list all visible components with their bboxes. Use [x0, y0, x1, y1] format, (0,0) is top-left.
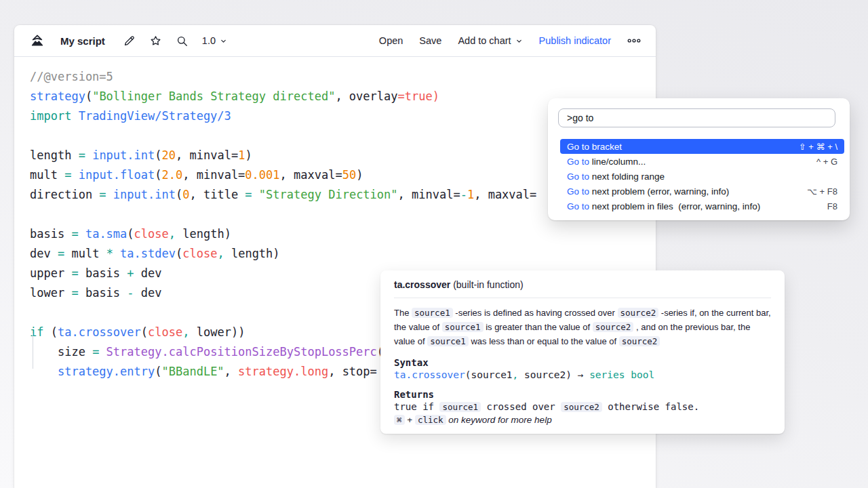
- palette-item-shortcut: ⌥ + F8: [807, 186, 837, 197]
- code-line[interactable]: dev = mult * ta.stdev(close, length): [30, 244, 656, 264]
- returns-label: Returns: [394, 389, 771, 400]
- palette-item-shortcut: ⇧ + ⌘ + \: [799, 142, 837, 152]
- command-palette: Go to bracket⇧ + ⌘ + \Go to line/column.…: [548, 98, 850, 220]
- function-name: ta.crossover: [394, 279, 450, 290]
- version-label: 1.0: [202, 35, 216, 46]
- palette-item[interactable]: Go to line/column...^ + G: [560, 154, 844, 169]
- palette-item-shortcut: F8: [827, 201, 837, 211]
- tooltip-description: The source1 -series is defined as having…: [394, 306, 771, 348]
- palette-item-label: next problem in files (error, warning, i…: [589, 201, 760, 211]
- code-line[interactable]: basis = ta.sma(close, length): [30, 224, 656, 244]
- edit-icon[interactable]: [123, 35, 136, 47]
- palette-item[interactable]: Go to next problem in files (error, warn…: [560, 199, 844, 214]
- add-to-chart-button[interactable]: Add to chart: [458, 35, 522, 46]
- palette-item-label: line/column...: [589, 157, 646, 167]
- palette-item-shortcut: ^ + G: [816, 157, 837, 167]
- function-kind: (built-in function): [450, 279, 523, 290]
- palette-item-label: next folding range: [589, 171, 665, 182]
- command-palette-input[interactable]: [558, 108, 835, 127]
- returns-line: true if source1 crossed over source2 oth…: [394, 401, 771, 412]
- palette-item-match: Go to: [567, 157, 589, 167]
- palette-item-label: next problem (error, warning, info): [589, 186, 729, 197]
- palette-list: Go to bracket⇧ + ⌘ + \Go to line/column.…: [548, 139, 850, 214]
- palette-item-match: Go to: [567, 186, 589, 197]
- palette-item[interactable]: Go to bracket⇧ + ⌘ + \: [560, 139, 844, 154]
- chevron-down-icon: [515, 37, 523, 45]
- tooltip-divider: [394, 298, 771, 298]
- palette-item-match: Go to: [567, 142, 589, 152]
- publish-indicator-button[interactable]: Publish indicator: [539, 35, 611, 46]
- editor-toolbar: My script: [14, 25, 656, 57]
- version-selector[interactable]: 1.0: [202, 35, 227, 46]
- syntax-code: ta.crossover(source1, source2) → series …: [394, 369, 771, 380]
- indent-guide: [33, 333, 33, 369]
- tooltip-title: ta.crossover (built-in function): [394, 279, 771, 290]
- tooltip-help-hint: ⌘ + click on keyword for more help: [394, 415, 771, 425]
- chevron-down-icon: [220, 37, 227, 45]
- syntax-label: Syntax: [394, 357, 771, 368]
- palette-item[interactable]: Go to next folding range: [560, 169, 844, 184]
- search-icon[interactable]: [176, 35, 189, 47]
- save-button[interactable]: Save: [419, 35, 441, 46]
- screen: My script: [0, 0, 868, 488]
- open-button[interactable]: Open: [379, 35, 403, 46]
- script-title: My script: [60, 35, 105, 47]
- star-icon[interactable]: [149, 35, 162, 47]
- code-line[interactable]: //@version=5: [30, 67, 656, 87]
- palette-item[interactable]: Go to next problem (error, warning, info…: [560, 184, 844, 199]
- add-to-chart-label: Add to chart: [458, 35, 511, 46]
- function-tooltip: ta.crossover (built-in function) The sou…: [380, 270, 785, 434]
- palette-item-match: Go to: [567, 171, 589, 182]
- palette-item-match: Go to: [567, 201, 589, 211]
- more-icon[interactable]: [627, 35, 641, 46]
- pine-logo-icon: [29, 33, 45, 48]
- palette-item-label: bracket: [589, 142, 622, 152]
